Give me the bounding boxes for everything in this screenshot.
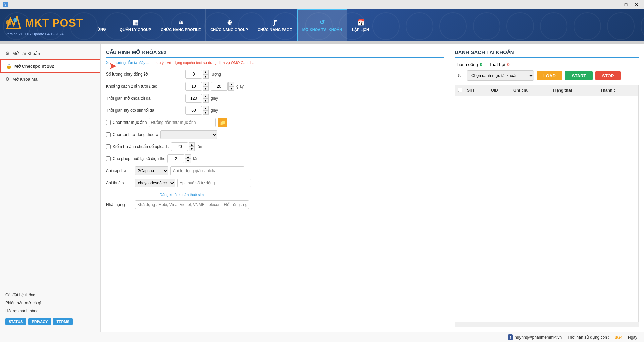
sidebar-buttons: STATUS PRIVACY TERMS — [5, 318, 95, 325]
so-luong-spinner: ▲ ▼ — [185, 70, 209, 79]
khoang-cach-down2[interactable]: ▼ — [228, 86, 234, 91]
thoi-gian-otp-row: Thời gian lấy otp sim tối đa ▲ ▼ giây — [106, 106, 444, 115]
thoi-gian-mo-khoa-down[interactable]: ▼ — [203, 98, 209, 103]
nha-mang-input[interactable] — [135, 200, 249, 209]
svg-point-1 — [6, 20, 11, 25]
cho-phep-thue-label: Cho phép thuê lại số điện tho — [113, 156, 165, 161]
khoang-cach-input1[interactable] — [185, 82, 202, 91]
nav-chuc-nang-group[interactable]: ⊕ CHỨC NĂNG GROUP — [206, 9, 253, 41]
sidebar-item-mo-tai-khoan[interactable]: ⚙ Mở Tài Khoản — [0, 47, 100, 59]
kiem-tra-anh-input[interactable] — [171, 142, 188, 151]
kiem-tra-anh-spinner: ▲ ▼ — [171, 142, 195, 151]
nav-ung-icon: ≡ — [100, 19, 104, 26]
success-label: Thành công — [455, 62, 478, 67]
fail-label: Thất bại — [489, 62, 505, 67]
nav-ung[interactable]: ≡ ỨNG — [88, 9, 115, 41]
privacy-button[interactable]: PRIVACY — [28, 318, 51, 325]
footer-days-value: 364 — [615, 335, 623, 340]
cho-phep-thue-down[interactable]: ▼ — [185, 159, 191, 163]
footer-email: huynnq@phanmemmkt.vn — [515, 335, 562, 340]
thoi-gian-otp-btns: ▲ ▼ — [203, 106, 209, 115]
phien-ban-link[interactable]: Phiên bản mới có gì — [5, 299, 95, 307]
thoi-gian-otp-down[interactable]: ▼ — [203, 110, 209, 115]
nav-lap-lich[interactable]: 📅 LẬP LỊCH — [347, 9, 374, 41]
so-luong-chay-row: Số lượng chạy đồng ℹời ▲ ▼ lượng — [106, 70, 444, 79]
nav-mo-khoa-tai-khoan[interactable]: ↺ MỞ KHÓA TÀI KHOẢN — [297, 9, 347, 41]
refresh-button[interactable]: ↻ — [455, 71, 464, 80]
so-luong-input[interactable] — [185, 70, 202, 79]
select-all-checkbox[interactable] — [458, 88, 462, 92]
col-thanh-cong: Thành c — [598, 85, 638, 96]
chon-anh-row: Chọn ảnh tự động theo w — [106, 130, 444, 139]
khoang-cach-up2[interactable]: ▲ — [228, 82, 234, 86]
so-luong-label: Số lượng chạy đồng ℹời — [106, 72, 183, 77]
kiem-tra-anh-up[interactable]: ▲ — [189, 142, 195, 147]
chon-thu-muc-input[interactable] — [149, 118, 216, 127]
khoang-cach-down1[interactable]: ▼ — [203, 86, 209, 91]
cho-phep-thue-btns: ▲ ▼ — [185, 154, 191, 163]
start-button[interactable]: START — [565, 71, 593, 80]
nav-quan-ly-group[interactable]: ▦ QUẢN LÝ GROUP — [115, 9, 156, 41]
nha-mang-row: Nhà mạng — [106, 200, 444, 209]
ho-tro-link[interactable]: Hỗ trợ khách hàng — [5, 307, 95, 315]
nav-chuc-nang-profile[interactable]: ≋ CHỨC NĂNG PROFILE — [156, 9, 206, 41]
fail-stat: Thất bại 0 — [489, 62, 510, 67]
minimize-button[interactable]: ─ — [610, 1, 620, 8]
version-text: Version 21.0.0 - Update 04/12/2024 — [5, 32, 64, 36]
chon-anh-label: Chọn ảnh tự động theo w — [113, 132, 158, 137]
config-subtitle: Xem hướng dẫn tại đây ... Lưu ý : Với dạ… — [106, 61, 444, 65]
footer: f huynnq@phanmemmkt.vn Thời hạn sử dụng … — [0, 332, 644, 342]
horizontal-scrollbar[interactable] — [455, 322, 639, 327]
footer-days-unit: Ngày — [628, 335, 637, 340]
account-title: DANH SÁCH TÀI KHOẢN — [455, 49, 639, 58]
sidebar-item-mo-checkpoint[interactable]: 🔒 Mở Checkpoint 282 ➤ — [0, 59, 100, 73]
thoi-gian-mo-khoa-row: Thời gian mở khóa tối đa ▲ ▼ giây — [106, 94, 444, 103]
nav-cnpage-label: CHỨC NĂNG PAGE — [258, 28, 292, 32]
nav-chuc-nang-page[interactable]: ƒ CHỨC NĂNG PAGE — [253, 9, 297, 41]
close-button[interactable]: ✕ — [632, 1, 641, 8]
cai-dat-link[interactable]: Cài đặt hệ thống — [5, 291, 95, 299]
account-table: STT UID Ghi chú Trạng thái Thành c — [455, 85, 638, 96]
thoi-gian-otp-input[interactable] — [185, 106, 202, 115]
kiem-tra-anh-down[interactable]: ▼ — [189, 147, 195, 151]
thoi-gian-otp-up[interactable]: ▲ — [203, 106, 209, 110]
folder-button[interactable]: 📁 — [218, 118, 227, 127]
cho-phep-thue-row: Cho phép thuê lại số điện tho ▲ ▼ lần — [106, 154, 444, 163]
khoang-cach-input2[interactable] — [211, 82, 228, 91]
kiem-tra-anh-checkbox[interactable] — [106, 144, 111, 149]
maximize-button[interactable]: □ — [621, 1, 631, 8]
col-stt: STT — [465, 85, 489, 96]
so-luong-up[interactable]: ▲ — [203, 70, 209, 74]
cho-phep-thue-up[interactable]: ▲ — [185, 154, 191, 159]
api-captcha-input[interactable] — [170, 166, 244, 175]
account-category-select[interactable]: Chọn danh mục tài khoản — [467, 70, 534, 81]
thoi-gian-otp-spinner: ▲ ▼ — [185, 106, 209, 115]
cho-phep-thue-checkbox[interactable] — [106, 156, 111, 161]
sidebar-item-mo-khoa-mail[interactable]: ⚙ Mở Khóa Mail — [0, 73, 100, 85]
stop-button[interactable]: STOP — [595, 71, 621, 80]
status-button[interactable]: STATUS — [5, 318, 26, 325]
so-luong-down[interactable]: ▼ — [203, 74, 209, 79]
api-captcha-label: Api capcha — [106, 168, 133, 173]
thoi-gian-mo-khoa-input[interactable] — [185, 94, 202, 103]
logo-icon — [5, 15, 22, 31]
nav-cnp-icon: ≋ — [178, 19, 183, 26]
main-nav: ≡ ỨNG ▦ QUẢN LÝ GROUP ≋ CHỨC NĂNG PROFIL… — [88, 9, 644, 41]
chon-anh-checkbox[interactable] — [106, 132, 111, 137]
api-captcha-select[interactable]: 2Capcha AntiCaptcha OMO Captcha — [135, 166, 168, 175]
chon-thu-muc-checkbox[interactable] — [106, 120, 111, 125]
thoi-gian-mo-khoa-up[interactable]: ▲ — [203, 94, 209, 98]
cho-phep-thue-input[interactable] — [167, 154, 184, 163]
api-thue-sim-select[interactable]: chaycodeso3.cc simthue.net — [135, 179, 175, 187]
dang-ki-link-row: Đăng kí tài khoản thuê sim — [106, 192, 444, 197]
logo-area: MKT POST Version 21.0.0 - Update 04/12/2… — [0, 15, 88, 36]
dang-ki-link[interactable]: Đăng kí tài khoản thuê sim — [160, 193, 204, 197]
terms-button[interactable]: TERMS — [53, 318, 73, 325]
chon-thu-muc-label: Chọn thư mục ảnh — [113, 120, 147, 125]
load-button[interactable]: LOAD — [537, 71, 562, 80]
khoang-cach-spinner1-btns: ▲ ▼ — [203, 82, 209, 91]
api-thue-sim-input[interactable] — [177, 179, 251, 187]
chon-thu-muc-row: Chọn thư mục ảnh 📁 — [106, 118, 444, 127]
chon-anh-select[interactable] — [160, 130, 217, 139]
khoang-cach-up1[interactable]: ▲ — [203, 82, 209, 86]
